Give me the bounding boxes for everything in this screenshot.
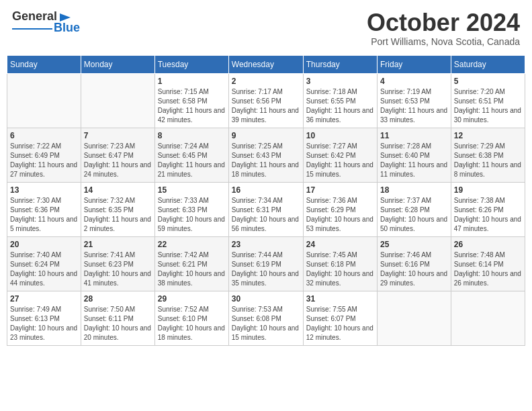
calendar-cell: 2Sunrise: 7:17 AMSunset: 6:56 PMDaylight… xyxy=(228,73,303,128)
day-info: Sunrise: 7:32 AMSunset: 6:35 PMDaylight:… xyxy=(84,196,152,234)
calendar-header-thursday: Thursday xyxy=(303,55,377,73)
day-info: Sunrise: 7:45 AMSunset: 6:18 PMDaylight:… xyxy=(306,250,374,288)
calendar-cell: 20Sunrise: 7:40 AMSunset: 6:24 PMDayligh… xyxy=(7,236,81,291)
calendar-cell: 11Sunrise: 7:28 AMSunset: 6:40 PMDayligh… xyxy=(378,128,451,182)
calendar-cell: 3Sunrise: 7:18 AMSunset: 6:55 PMDaylight… xyxy=(303,73,377,128)
calendar-cell: 7Sunrise: 7:23 AMSunset: 6:47 PMDaylight… xyxy=(81,128,154,182)
day-info: Sunrise: 7:38 AMSunset: 6:26 PMDaylight:… xyxy=(454,196,522,234)
month-title: October 2024 xyxy=(367,9,520,36)
calendar-week-row: 13Sunrise: 7:30 AMSunset: 6:36 PMDayligh… xyxy=(7,182,525,236)
day-info: Sunrise: 7:25 AMSunset: 6:43 PMDaylight:… xyxy=(232,142,300,179)
calendar-cell: 28Sunrise: 7:50 AMSunset: 6:11 PMDayligh… xyxy=(81,291,154,345)
day-info: Sunrise: 7:22 AMSunset: 6:49 PMDaylight:… xyxy=(10,142,78,179)
day-number: 5 xyxy=(454,77,522,86)
page-header: General Blue October 2024 Port Williams,… xyxy=(7,7,525,50)
day-number: 7 xyxy=(84,131,152,140)
calendar-cell: 23Sunrise: 7:44 AMSunset: 6:19 PMDayligh… xyxy=(228,236,303,291)
calendar-cell: 15Sunrise: 7:33 AMSunset: 6:33 PMDayligh… xyxy=(154,182,228,236)
day-number: 11 xyxy=(380,131,448,140)
calendar-week-row: 20Sunrise: 7:40 AMSunset: 6:24 PMDayligh… xyxy=(7,236,525,291)
day-number: 16 xyxy=(232,185,300,195)
day-info: Sunrise: 7:55 AMSunset: 6:07 PMDaylight:… xyxy=(306,305,374,342)
day-info: Sunrise: 7:17 AMSunset: 6:56 PMDaylight:… xyxy=(232,87,300,125)
day-info: Sunrise: 7:29 AMSunset: 6:38 PMDaylight:… xyxy=(454,142,522,179)
calendar-cell: 8Sunrise: 7:24 AMSunset: 6:45 PMDaylight… xyxy=(154,128,228,182)
calendar-cell: 9Sunrise: 7:25 AMSunset: 6:43 PMDaylight… xyxy=(228,128,303,182)
calendar-cell: 30Sunrise: 7:53 AMSunset: 6:08 PMDayligh… xyxy=(228,291,303,345)
day-number: 22 xyxy=(158,240,226,249)
calendar-cell: 24Sunrise: 7:45 AMSunset: 6:18 PMDayligh… xyxy=(303,236,377,291)
day-info: Sunrise: 7:34 AMSunset: 6:31 PMDaylight:… xyxy=(232,196,300,234)
calendar-header-monday: Monday xyxy=(81,55,154,73)
calendar-cell xyxy=(451,291,525,345)
day-number: 30 xyxy=(232,294,300,304)
calendar-cell: 17Sunrise: 7:36 AMSunset: 6:29 PMDayligh… xyxy=(303,182,377,236)
day-info: Sunrise: 7:28 AMSunset: 6:40 PMDaylight:… xyxy=(380,142,448,179)
day-number: 21 xyxy=(84,240,152,249)
calendar-cell: 27Sunrise: 7:49 AMSunset: 6:13 PMDayligh… xyxy=(7,291,81,345)
calendar-cell: 18Sunrise: 7:37 AMSunset: 6:28 PMDayligh… xyxy=(378,182,451,236)
day-number: 23 xyxy=(232,240,300,249)
calendar-header-wednesday: Wednesday xyxy=(228,55,303,73)
title-section: October 2024 Port Williams, Nova Scotia,… xyxy=(367,9,520,47)
day-number: 14 xyxy=(84,185,152,195)
day-number: 13 xyxy=(10,185,78,195)
day-number: 17 xyxy=(306,185,374,195)
day-info: Sunrise: 7:15 AMSunset: 6:58 PMDaylight:… xyxy=(158,87,226,125)
day-info: Sunrise: 7:36 AMSunset: 6:29 PMDaylight:… xyxy=(306,196,374,234)
calendar-week-row: 27Sunrise: 7:49 AMSunset: 6:13 PMDayligh… xyxy=(7,291,525,345)
day-number: 3 xyxy=(306,77,374,86)
day-number: 6 xyxy=(10,131,78,140)
day-number: 27 xyxy=(10,294,78,304)
day-info: Sunrise: 7:52 AMSunset: 6:10 PMDaylight:… xyxy=(158,305,226,342)
calendar-cell: 12Sunrise: 7:29 AMSunset: 6:38 PMDayligh… xyxy=(451,128,525,182)
day-number: 29 xyxy=(158,294,226,304)
day-info: Sunrise: 7:24 AMSunset: 6:45 PMDaylight:… xyxy=(158,142,226,179)
day-number: 4 xyxy=(380,77,448,86)
day-number: 10 xyxy=(306,131,374,140)
day-info: Sunrise: 7:33 AMSunset: 6:33 PMDaylight:… xyxy=(158,196,226,234)
day-number: 19 xyxy=(454,185,522,195)
calendar-cell: 6Sunrise: 7:22 AMSunset: 6:49 PMDaylight… xyxy=(7,128,81,182)
calendar-cell: 25Sunrise: 7:46 AMSunset: 6:16 PMDayligh… xyxy=(378,236,451,291)
logo-line xyxy=(12,28,52,30)
location: Port Williams, Nova Scotia, Canada xyxy=(367,36,520,47)
calendar-cell: 19Sunrise: 7:38 AMSunset: 6:26 PMDayligh… xyxy=(451,182,525,236)
logo: General Blue xyxy=(12,9,80,35)
day-info: Sunrise: 7:41 AMSunset: 6:23 PMDaylight:… xyxy=(84,250,152,288)
day-number: 26 xyxy=(454,240,522,249)
calendar-cell: 5Sunrise: 7:20 AMSunset: 6:51 PMDaylight… xyxy=(451,73,525,128)
calendar-cell: 1Sunrise: 7:15 AMSunset: 6:58 PMDaylight… xyxy=(154,73,228,128)
calendar-header-saturday: Saturday xyxy=(451,55,525,73)
day-number: 8 xyxy=(158,131,226,140)
day-number: 20 xyxy=(10,240,78,249)
day-info: Sunrise: 7:40 AMSunset: 6:24 PMDaylight:… xyxy=(10,250,78,288)
calendar-week-row: 6Sunrise: 7:22 AMSunset: 6:49 PMDaylight… xyxy=(7,128,525,182)
day-number: 15 xyxy=(158,185,226,195)
calendar-header-row: SundayMondayTuesdayWednesdayThursdayFrid… xyxy=(7,55,525,73)
day-number: 9 xyxy=(232,131,300,140)
day-number: 18 xyxy=(380,185,448,195)
calendar-header-tuesday: Tuesday xyxy=(154,55,228,73)
day-info: Sunrise: 7:20 AMSunset: 6:51 PMDaylight:… xyxy=(454,87,522,125)
calendar-cell xyxy=(81,73,154,128)
day-number: 25 xyxy=(380,240,448,249)
calendar-cell xyxy=(7,73,81,128)
day-info: Sunrise: 7:46 AMSunset: 6:16 PMDaylight:… xyxy=(380,250,448,288)
day-info: Sunrise: 7:37 AMSunset: 6:28 PMDaylight:… xyxy=(380,196,448,234)
day-number: 1 xyxy=(158,77,226,86)
day-info: Sunrise: 7:23 AMSunset: 6:47 PMDaylight:… xyxy=(84,142,152,179)
day-info: Sunrise: 7:49 AMSunset: 6:13 PMDaylight:… xyxy=(10,305,78,342)
calendar-cell xyxy=(378,291,451,345)
calendar-header-sunday: Sunday xyxy=(7,55,81,73)
day-info: Sunrise: 7:53 AMSunset: 6:08 PMDaylight:… xyxy=(232,305,300,342)
svg-marker-0 xyxy=(60,13,71,21)
day-number: 31 xyxy=(306,294,374,304)
calendar-cell: 10Sunrise: 7:27 AMSunset: 6:42 PMDayligh… xyxy=(303,128,377,182)
calendar-table: SundayMondayTuesdayWednesdayThursdayFrid… xyxy=(7,55,525,346)
day-info: Sunrise: 7:27 AMSunset: 6:42 PMDaylight:… xyxy=(306,142,374,179)
calendar-cell: 14Sunrise: 7:32 AMSunset: 6:35 PMDayligh… xyxy=(81,182,154,236)
calendar-cell: 29Sunrise: 7:52 AMSunset: 6:10 PMDayligh… xyxy=(154,291,228,345)
calendar-cell: 13Sunrise: 7:30 AMSunset: 6:36 PMDayligh… xyxy=(7,182,81,236)
calendar-cell: 31Sunrise: 7:55 AMSunset: 6:07 PMDayligh… xyxy=(303,291,377,345)
